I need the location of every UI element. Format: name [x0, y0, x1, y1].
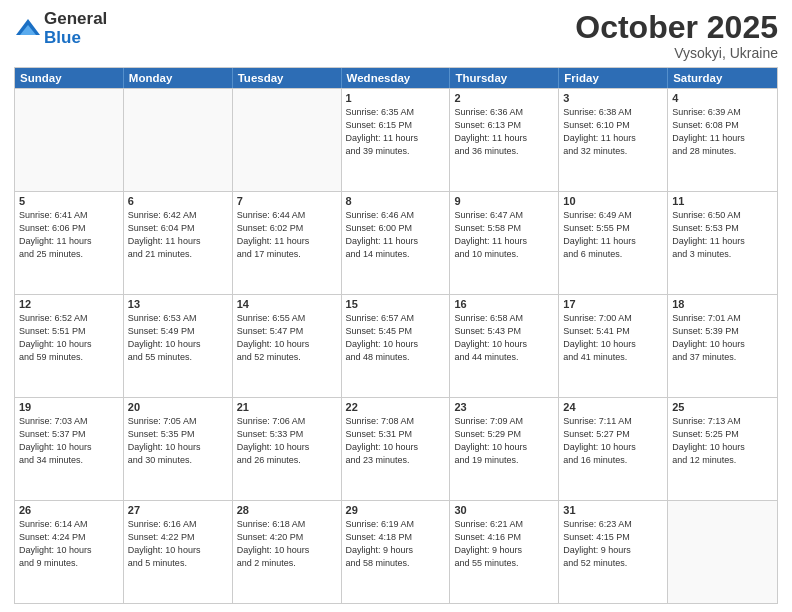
- calendar-body: 1Sunrise: 6:35 AM Sunset: 6:15 PM Daylig…: [15, 88, 777, 603]
- day-info: Sunrise: 6:42 AM Sunset: 6:04 PM Dayligh…: [128, 209, 228, 261]
- calendar: SundayMondayTuesdayWednesdayThursdayFrid…: [14, 67, 778, 604]
- day-number: 3: [563, 92, 663, 104]
- title-block: October 2025 Vysokyi, Ukraine: [575, 10, 778, 61]
- calendar-cell: 29Sunrise: 6:19 AM Sunset: 4:18 PM Dayli…: [342, 501, 451, 603]
- day-number: 16: [454, 298, 554, 310]
- calendar-cell: 19Sunrise: 7:03 AM Sunset: 5:37 PM Dayli…: [15, 398, 124, 500]
- day-info: Sunrise: 7:00 AM Sunset: 5:41 PM Dayligh…: [563, 312, 663, 364]
- calendar-cell: 4Sunrise: 6:39 AM Sunset: 6:08 PM Daylig…: [668, 89, 777, 191]
- calendar-cell: 6Sunrise: 6:42 AM Sunset: 6:04 PM Daylig…: [124, 192, 233, 294]
- day-info: Sunrise: 6:53 AM Sunset: 5:49 PM Dayligh…: [128, 312, 228, 364]
- day-info: Sunrise: 6:49 AM Sunset: 5:55 PM Dayligh…: [563, 209, 663, 261]
- day-info: Sunrise: 6:47 AM Sunset: 5:58 PM Dayligh…: [454, 209, 554, 261]
- calendar-cell: [124, 89, 233, 191]
- day-info: Sunrise: 7:06 AM Sunset: 5:33 PM Dayligh…: [237, 415, 337, 467]
- day-info: Sunrise: 6:21 AM Sunset: 4:16 PM Dayligh…: [454, 518, 554, 570]
- day-number: 17: [563, 298, 663, 310]
- day-number: 29: [346, 504, 446, 516]
- day-number: 28: [237, 504, 337, 516]
- location: Vysokyi, Ukraine: [575, 45, 778, 61]
- calendar-row-5: 26Sunrise: 6:14 AM Sunset: 4:24 PM Dayli…: [15, 500, 777, 603]
- day-info: Sunrise: 7:01 AM Sunset: 5:39 PM Dayligh…: [672, 312, 773, 364]
- day-info: Sunrise: 6:19 AM Sunset: 4:18 PM Dayligh…: [346, 518, 446, 570]
- calendar-cell: [15, 89, 124, 191]
- calendar-cell: 20Sunrise: 7:05 AM Sunset: 5:35 PM Dayli…: [124, 398, 233, 500]
- calendar-cell: 27Sunrise: 6:16 AM Sunset: 4:22 PM Dayli…: [124, 501, 233, 603]
- day-info: Sunrise: 6:57 AM Sunset: 5:45 PM Dayligh…: [346, 312, 446, 364]
- day-number: 5: [19, 195, 119, 207]
- day-number: 6: [128, 195, 228, 207]
- calendar-cell: 13Sunrise: 6:53 AM Sunset: 5:49 PM Dayli…: [124, 295, 233, 397]
- day-number: 14: [237, 298, 337, 310]
- calendar-cell: 9Sunrise: 6:47 AM Sunset: 5:58 PM Daylig…: [450, 192, 559, 294]
- day-info: Sunrise: 6:44 AM Sunset: 6:02 PM Dayligh…: [237, 209, 337, 261]
- calendar-cell: 22Sunrise: 7:08 AM Sunset: 5:31 PM Dayli…: [342, 398, 451, 500]
- calendar-cell: 23Sunrise: 7:09 AM Sunset: 5:29 PM Dayli…: [450, 398, 559, 500]
- day-number: 9: [454, 195, 554, 207]
- logo-text: General Blue: [44, 10, 107, 47]
- calendar-cell: 3Sunrise: 6:38 AM Sunset: 6:10 PM Daylig…: [559, 89, 668, 191]
- day-number: 4: [672, 92, 773, 104]
- day-info: Sunrise: 7:13 AM Sunset: 5:25 PM Dayligh…: [672, 415, 773, 467]
- calendar-cell: 14Sunrise: 6:55 AM Sunset: 5:47 PM Dayli…: [233, 295, 342, 397]
- day-info: Sunrise: 6:38 AM Sunset: 6:10 PM Dayligh…: [563, 106, 663, 158]
- page: General Blue October 2025 Vysokyi, Ukrai…: [0, 0, 792, 612]
- day-number: 2: [454, 92, 554, 104]
- calendar-cell: 12Sunrise: 6:52 AM Sunset: 5:51 PM Dayli…: [15, 295, 124, 397]
- calendar-header: SundayMondayTuesdayWednesdayThursdayFrid…: [15, 68, 777, 88]
- calendar-row-1: 1Sunrise: 6:35 AM Sunset: 6:15 PM Daylig…: [15, 88, 777, 191]
- calendar-cell: [668, 501, 777, 603]
- calendar-cell: 28Sunrise: 6:18 AM Sunset: 4:20 PM Dayli…: [233, 501, 342, 603]
- month-title: October 2025: [575, 10, 778, 45]
- day-number: 31: [563, 504, 663, 516]
- calendar-cell: 25Sunrise: 7:13 AM Sunset: 5:25 PM Dayli…: [668, 398, 777, 500]
- calendar-cell: 17Sunrise: 7:00 AM Sunset: 5:41 PM Dayli…: [559, 295, 668, 397]
- day-number: 26: [19, 504, 119, 516]
- calendar-cell: 24Sunrise: 7:11 AM Sunset: 5:27 PM Dayli…: [559, 398, 668, 500]
- day-info: Sunrise: 6:35 AM Sunset: 6:15 PM Dayligh…: [346, 106, 446, 158]
- day-info: Sunrise: 6:18 AM Sunset: 4:20 PM Dayligh…: [237, 518, 337, 570]
- day-number: 22: [346, 401, 446, 413]
- day-number: 24: [563, 401, 663, 413]
- day-info: Sunrise: 6:55 AM Sunset: 5:47 PM Dayligh…: [237, 312, 337, 364]
- day-info: Sunrise: 6:23 AM Sunset: 4:15 PM Dayligh…: [563, 518, 663, 570]
- day-number: 23: [454, 401, 554, 413]
- header-day-saturday: Saturday: [668, 68, 777, 88]
- day-info: Sunrise: 6:46 AM Sunset: 6:00 PM Dayligh…: [346, 209, 446, 261]
- calendar-cell: 2Sunrise: 6:36 AM Sunset: 6:13 PM Daylig…: [450, 89, 559, 191]
- calendar-cell: 10Sunrise: 6:49 AM Sunset: 5:55 PM Dayli…: [559, 192, 668, 294]
- header-day-monday: Monday: [124, 68, 233, 88]
- calendar-cell: 21Sunrise: 7:06 AM Sunset: 5:33 PM Dayli…: [233, 398, 342, 500]
- day-info: Sunrise: 7:09 AM Sunset: 5:29 PM Dayligh…: [454, 415, 554, 467]
- day-info: Sunrise: 6:39 AM Sunset: 6:08 PM Dayligh…: [672, 106, 773, 158]
- day-info: Sunrise: 6:14 AM Sunset: 4:24 PM Dayligh…: [19, 518, 119, 570]
- day-number: 11: [672, 195, 773, 207]
- day-number: 10: [563, 195, 663, 207]
- header-day-thursday: Thursday: [450, 68, 559, 88]
- day-info: Sunrise: 6:36 AM Sunset: 6:13 PM Dayligh…: [454, 106, 554, 158]
- day-number: 20: [128, 401, 228, 413]
- header-day-friday: Friday: [559, 68, 668, 88]
- day-info: Sunrise: 7:05 AM Sunset: 5:35 PM Dayligh…: [128, 415, 228, 467]
- day-info: Sunrise: 6:52 AM Sunset: 5:51 PM Dayligh…: [19, 312, 119, 364]
- day-number: 27: [128, 504, 228, 516]
- calendar-cell: 26Sunrise: 6:14 AM Sunset: 4:24 PM Dayli…: [15, 501, 124, 603]
- calendar-cell: 1Sunrise: 6:35 AM Sunset: 6:15 PM Daylig…: [342, 89, 451, 191]
- calendar-cell: 31Sunrise: 6:23 AM Sunset: 4:15 PM Dayli…: [559, 501, 668, 603]
- day-number: 12: [19, 298, 119, 310]
- header-day-wednesday: Wednesday: [342, 68, 451, 88]
- day-number: 25: [672, 401, 773, 413]
- day-info: Sunrise: 6:58 AM Sunset: 5:43 PM Dayligh…: [454, 312, 554, 364]
- day-info: Sunrise: 7:11 AM Sunset: 5:27 PM Dayligh…: [563, 415, 663, 467]
- day-number: 21: [237, 401, 337, 413]
- calendar-cell: 7Sunrise: 6:44 AM Sunset: 6:02 PM Daylig…: [233, 192, 342, 294]
- day-info: Sunrise: 6:50 AM Sunset: 5:53 PM Dayligh…: [672, 209, 773, 261]
- calendar-cell: 18Sunrise: 7:01 AM Sunset: 5:39 PM Dayli…: [668, 295, 777, 397]
- day-number: 19: [19, 401, 119, 413]
- logo: General Blue: [14, 10, 107, 47]
- calendar-cell: 16Sunrise: 6:58 AM Sunset: 5:43 PM Dayli…: [450, 295, 559, 397]
- calendar-cell: [233, 89, 342, 191]
- calendar-cell: 11Sunrise: 6:50 AM Sunset: 5:53 PM Dayli…: [668, 192, 777, 294]
- calendar-cell: 8Sunrise: 6:46 AM Sunset: 6:00 PM Daylig…: [342, 192, 451, 294]
- calendar-cell: 5Sunrise: 6:41 AM Sunset: 6:06 PM Daylig…: [15, 192, 124, 294]
